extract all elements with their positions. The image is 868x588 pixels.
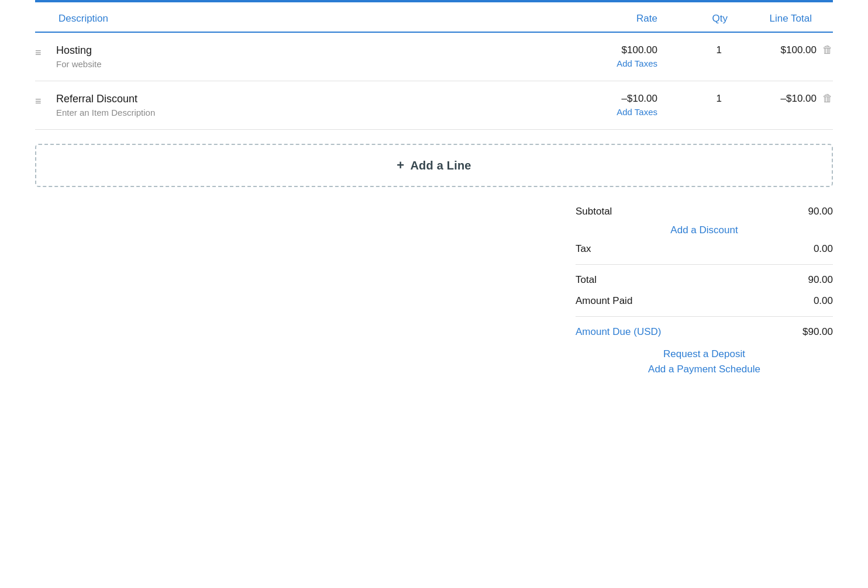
add-line-button[interactable]: + Add a Line — [35, 144, 833, 187]
add-line-label: Add a Line — [410, 159, 471, 172]
header-description: Description — [58, 13, 552, 25]
delete-item-1[interactable]: 🗑 — [822, 44, 833, 55]
header-qty: Qty — [657, 13, 728, 25]
amount-paid-row: Amount Paid 0.00 — [576, 290, 833, 312]
tax-value: 0.00 — [814, 243, 833, 255]
drag-handle-1[interactable]: ≡ — [35, 44, 56, 59]
amount-paid-label: Amount Paid — [576, 295, 632, 307]
item-rate-2: –$10.00 Add Taxes — [552, 93, 657, 117]
item-qty-1: 1 — [657, 44, 728, 56]
item-sub-2: Enter an Item Description — [56, 108, 552, 117]
subtotal-value: 90.00 — [808, 206, 833, 217]
add-discount-link[interactable]: Add a Discount — [670, 224, 738, 236]
item-qty-2: 1 — [657, 93, 728, 105]
amount-due-row: Amount Due (USD) $90.00 — [576, 321, 833, 343]
line-item-2: ≡ Referral Discount Enter an Item Descri… — [35, 81, 833, 130]
amount-paid-value: 0.00 — [814, 295, 833, 307]
item-sub-1: For website — [56, 59, 552, 69]
plus-icon: + — [397, 158, 404, 173]
line-item-1: ≡ Hosting For website $100.00 Add Taxes … — [35, 33, 833, 81]
add-taxes-2[interactable]: Add Taxes — [552, 107, 657, 117]
footer-links: Request a Deposit Add a Payment Schedule — [576, 348, 833, 375]
delete-item-2[interactable]: 🗑 — [822, 93, 833, 103]
total-row: Total 90.00 — [576, 269, 833, 290]
tax-label: Tax — [576, 243, 591, 255]
summary-section: Subtotal 90.00 Add a Discount Tax 0.00 T… — [35, 201, 833, 375]
summary-divider-1 — [576, 264, 833, 265]
item-description-1: Hosting For website — [56, 44, 552, 69]
summary-divider-2 — [576, 316, 833, 317]
summary-table: Subtotal 90.00 Add a Discount Tax 0.00 T… — [576, 201, 833, 375]
table-header: Description Rate Qty Line Total — [35, 2, 833, 33]
total-value: 90.00 — [808, 274, 833, 286]
item-total-1: $100.00 🗑 — [728, 44, 833, 56]
invoice-container: Description Rate Qty Line Total ≡ Hostin… — [0, 0, 868, 410]
item-rate-1: $100.00 Add Taxes — [552, 44, 657, 68]
payment-schedule-link[interactable]: Add a Payment Schedule — [648, 364, 760, 375]
request-deposit-link[interactable]: Request a Deposit — [663, 348, 745, 360]
total-label: Total — [576, 274, 597, 286]
item-name-2: Referral Discount — [56, 93, 552, 105]
subtotal-row: Subtotal 90.00 — [576, 201, 833, 222]
add-taxes-1[interactable]: Add Taxes — [552, 58, 657, 68]
drag-handle-2[interactable]: ≡ — [35, 93, 56, 108]
header-rate: Rate — [552, 13, 657, 25]
amount-due-label[interactable]: Amount Due (USD) — [576, 326, 661, 338]
amount-due-value: $90.00 — [802, 326, 833, 338]
add-discount-row: Add a Discount — [576, 222, 833, 238]
item-total-2: –$10.00 🗑 — [728, 93, 833, 105]
tax-row: Tax 0.00 — [576, 238, 833, 260]
item-name-1: Hosting — [56, 44, 552, 57]
item-description-2: Referral Discount Enter an Item Descript… — [56, 93, 552, 117]
header-line-total: Line Total — [728, 13, 833, 25]
subtotal-label: Subtotal — [576, 206, 612, 217]
